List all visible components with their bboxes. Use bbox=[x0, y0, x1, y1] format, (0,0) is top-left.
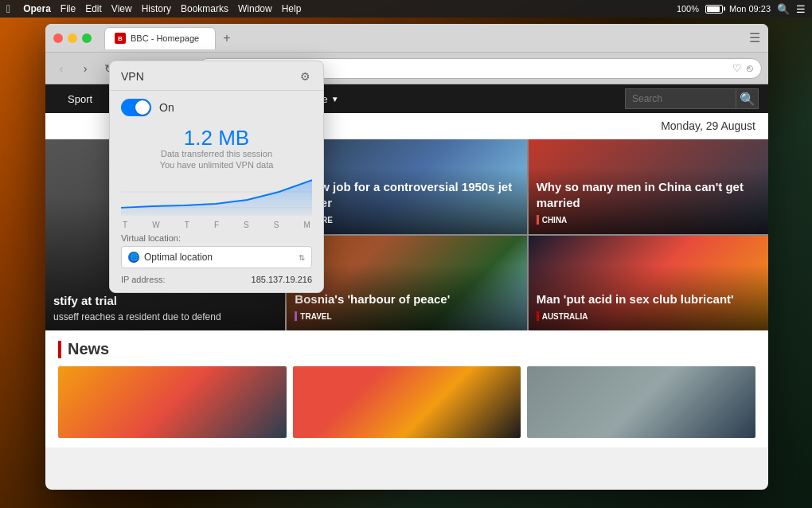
menubar-history[interactable]: History bbox=[142, 3, 171, 14]
news-grid bbox=[58, 366, 755, 438]
location-value: Optimal location bbox=[144, 252, 213, 263]
hero-subtext: usseff reaches a resident due to defend bbox=[53, 311, 277, 322]
featured-item-3[interactable]: Why so many men in China can't get marri… bbox=[529, 139, 768, 234]
vpn-toggle[interactable] bbox=[121, 99, 151, 116]
news-section: News bbox=[45, 330, 768, 447]
chart-label-t1: T bbox=[123, 221, 127, 229]
tab-title: BBC - Homepage bbox=[131, 33, 199, 43]
vpn-chart: T W T F S S M bbox=[110, 173, 323, 229]
forward-button[interactable]: › bbox=[76, 59, 95, 78]
settings-icon[interactable]: ⚙ bbox=[298, 69, 312, 84]
chart-label-s2: S bbox=[274, 221, 279, 229]
vpn-popup: VPN ⚙ On 1.2 MB Data transferred this se… bbox=[109, 61, 324, 293]
menubar:  Opera File Edit View History Bookmarks… bbox=[0, 0, 812, 18]
bookmark-icon[interactable]: ♡ bbox=[732, 62, 742, 74]
current-date: Monday, 29 August bbox=[661, 119, 755, 132]
hero-headline: stify at trial bbox=[53, 293, 277, 309]
new-tab-button[interactable]: + bbox=[219, 30, 235, 46]
vpn-toggle-row: On bbox=[110, 91, 323, 121]
bbc-search: 🔍 bbox=[625, 88, 759, 109]
news-item-3[interactable] bbox=[527, 366, 755, 438]
more-dropdown-icon: ▼ bbox=[331, 95, 339, 104]
featured-tag-2: TRAVEL bbox=[295, 310, 518, 322]
vpn-location-label: Virtual location: bbox=[121, 233, 312, 243]
vpn-location-select[interactable]: 🌐 Optimal location ⇅ bbox=[121, 246, 312, 268]
menu-icon[interactable]: ☰ bbox=[796, 3, 806, 15]
news-section-title: News bbox=[58, 340, 755, 358]
menubar-help[interactable]: Help bbox=[282, 3, 302, 14]
chart-label-s1: S bbox=[244, 221, 249, 229]
search-button[interactable]: 🔍 bbox=[736, 88, 759, 109]
tab-menu-button[interactable]: ☰ bbox=[749, 30, 760, 45]
apple-icon[interactable]:  bbox=[6, 2, 10, 15]
close-button[interactable] bbox=[53, 33, 63, 43]
menubar-edit[interactable]: Edit bbox=[85, 3, 102, 14]
chart-label-t2: T bbox=[185, 221, 189, 229]
select-arrows-icon: ⇅ bbox=[299, 253, 305, 262]
featured-tag-4: AUSTRALIA bbox=[537, 310, 760, 322]
vpn-title: VPN bbox=[121, 70, 144, 83]
chart-label-m: M bbox=[304, 221, 310, 229]
tab-favicon: B bbox=[115, 33, 126, 44]
news-item-1[interactable] bbox=[58, 366, 287, 438]
vpn-data-amount: 1.2 MB bbox=[121, 126, 312, 150]
menubar-file[interactable]: File bbox=[61, 3, 76, 14]
minimize-button[interactable] bbox=[68, 33, 77, 43]
vpn-ip-row: IP address: 185.137.19.216 bbox=[110, 272, 323, 292]
featured-headline-3: Why so many men in China can't get marri… bbox=[537, 179, 760, 210]
vpn-ip-value: 185.137.19.216 bbox=[252, 275, 312, 284]
globe-icon: 🌐 bbox=[128, 252, 139, 263]
vpn-unlimited-label: You have unlimited VPN data bbox=[121, 160, 312, 170]
toggle-label: On bbox=[159, 101, 174, 114]
toggle-knob bbox=[135, 100, 150, 115]
chart-label-f: F bbox=[214, 221, 219, 229]
featured-headline-4: Man 'put acid in sex club lubricant' bbox=[537, 291, 760, 307]
vpn-data-session-label: Data transferred this session bbox=[121, 149, 312, 158]
featured-headline-2: Bosnia's 'harbour of peace' bbox=[295, 291, 518, 307]
back-button[interactable]: ‹ bbox=[52, 59, 71, 78]
traffic-lights bbox=[53, 33, 92, 43]
menubar-view[interactable]: View bbox=[111, 3, 132, 14]
battery-percent: 100% bbox=[677, 4, 699, 14]
menubar-bookmarks[interactable]: Bookmarks bbox=[181, 3, 228, 14]
title-bar: B BBC - Homepage + ☰ bbox=[45, 24, 768, 53]
search-input[interactable] bbox=[625, 88, 736, 109]
featured-item-4[interactable]: Man 'put acid in sex club lubricant' AUS… bbox=[529, 236, 768, 330]
news-item-2[interactable] bbox=[293, 366, 521, 438]
search-icon[interactable]: 🔍 bbox=[777, 3, 790, 15]
menubar-opera[interactable]: Opera bbox=[23, 3, 51, 14]
news-title-bar bbox=[58, 341, 61, 358]
nav-sport[interactable]: Sport bbox=[58, 84, 102, 113]
chart-label-w: W bbox=[152, 221, 159, 229]
vpn-location: Virtual location: 🌐 Optimal location ⇅ bbox=[110, 229, 323, 272]
share-icon[interactable]: ⎋ bbox=[747, 62, 753, 74]
vpn-ip-label: IP address: bbox=[121, 275, 165, 284]
tab-bar: B BBC - Homepage + bbox=[104, 27, 743, 49]
clock: Mon 09:23 bbox=[729, 4, 771, 14]
featured-tag-3: CHINA bbox=[537, 213, 760, 226]
featured-tag-1: FUTURE bbox=[295, 213, 518, 226]
menubar-window[interactable]: Window bbox=[238, 3, 272, 14]
featured-far-right: Why so many men in China can't get marri… bbox=[529, 139, 768, 330]
active-tab[interactable]: B BBC - Homepage bbox=[104, 27, 216, 49]
vpn-header: VPN ⚙ bbox=[110, 61, 323, 91]
battery-indicator bbox=[705, 5, 723, 14]
vpn-data-display: 1.2 MB Data transferred this session You… bbox=[110, 121, 323, 173]
maximize-button[interactable] bbox=[82, 33, 92, 43]
featured-headline-1: A new job for a controversial 1950s jet … bbox=[295, 179, 518, 210]
vpn-chart-svg bbox=[121, 176, 312, 216]
